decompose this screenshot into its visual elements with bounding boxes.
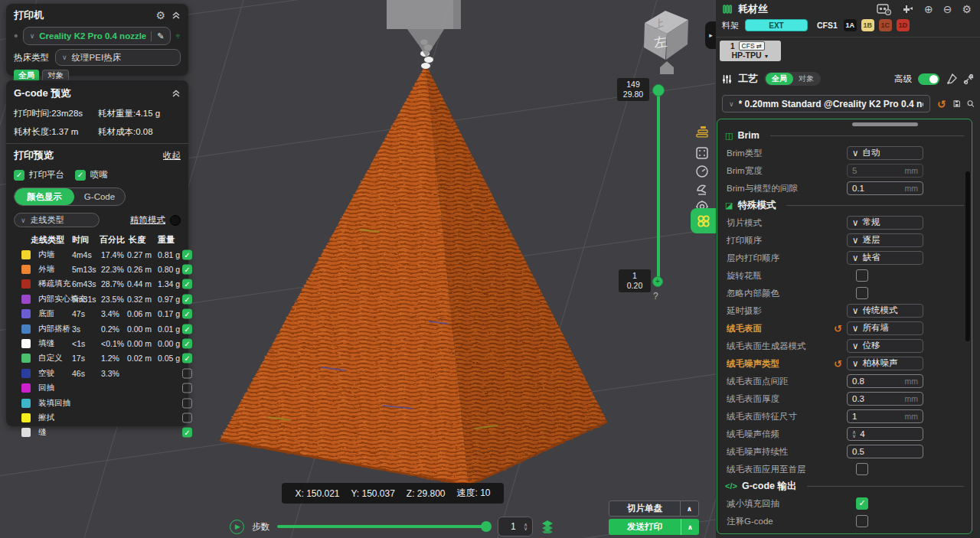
line-type-row[interactable]: 填缝<1s<0.1%0.00 m0.00 g✓ [14,336,181,351]
line-type-row[interactable]: 装填回抽 [14,396,181,410]
bed-type-select[interactable]: ∨ 纹理PEI热床 [55,49,181,66]
slice-button[interactable]: 切片单盘 [609,501,680,516]
layer-slider-bottom-handle[interactable]: + [652,276,663,287]
line-visibility-checkbox[interactable]: ✓ [182,294,192,304]
line-visibility-checkbox[interactable] [182,383,192,393]
setting-input[interactable]: 0.3mm [847,392,923,406]
layer-slider-track[interactable] [657,90,660,283]
ams-icon[interactable] [877,4,892,15]
setting-input[interactable]: 5mm [847,164,923,178]
simple-mode-toggle[interactable] [170,215,181,226]
line-visibility-checkbox[interactable]: ✓ [182,428,192,438]
orientation-cube[interactable]: 左 上 [637,3,695,77]
slice-dropdown-icon[interactable]: ∧ [680,501,698,516]
play-button[interactable]: ▶ [230,520,244,534]
collapse-link[interactable]: 收起 [163,150,181,161]
send-print-button[interactable]: 发送打印 [609,519,681,535]
line-visibility-checkbox[interactable]: ✓ [182,265,192,275]
print-dropdown-icon[interactable]: ∧ [681,519,699,535]
setting-select[interactable]: ∨位移 [847,339,923,353]
setting-input[interactable]: 0.1mm [847,181,923,195]
tune-icon[interactable] [963,73,975,85]
line-visibility-checkbox[interactable]: ✓ [182,249,192,259]
line-visibility-checkbox[interactable]: ✓ [182,339,192,349]
cfs-slot-1C[interactable]: 1C [879,19,892,31]
printer-settings-gear-icon[interactable]: ⚙ [155,9,165,21]
printer-select[interactable]: ∨ Creality K2 Pro 0.4 nozzle ✎ [23,27,172,45]
line-type-row[interactable]: 内部实心填充5m31s23.5%0.32 m0.97 g✓ [14,292,181,306]
line-visibility-checkbox[interactable]: ✓ [182,354,192,364]
layer-slider-top-handle[interactable] [652,84,665,96]
settings-scrollbar[interactable] [965,171,970,341]
process-tab-global[interactable]: 全局 [766,73,793,85]
line-type-row[interactable]: 内部搭桥3s0.2%0.00 m0.01 g✓ [14,321,181,336]
step-slider-handle[interactable] [481,521,492,532]
radar-view-icon[interactable] [692,181,712,199]
setting-spinner[interactable]: ∧∨4 [847,427,923,441]
setting-undo-icon[interactable]: ↺ [834,357,842,369]
printer-panel-collapse-icon[interactable] [172,11,181,20]
filament-material-select[interactable]: HP-TPU ▼ [723,51,778,60]
layers-icon[interactable] [541,520,554,533]
remove-filament-icon[interactable]: ⊖ [943,3,952,15]
settings-section-header[interactable]: </>G-code 输出 [717,478,972,494]
line-visibility-checkbox[interactable] [182,412,192,422]
setting-checkbox[interactable] [856,463,868,475]
filament-settings-gear-icon[interactable]: ⚙ [962,3,972,15]
search-icon[interactable] [967,99,975,109]
preset-select[interactable]: ∨ * 0.20mm Standard @Creality K2 Pro 0.4… [722,95,930,112]
settings-section-header[interactable]: ◫Brim [717,127,972,144]
line-visibility-checkbox[interactable]: ✓ [182,309,192,319]
filament-card[interactable]: 1 CFS⇄ HP-TPU ▼ [720,41,781,61]
setting-select[interactable]: ∨传统模式 [847,304,923,318]
setting-select[interactable]: ∨所有墙 [847,321,923,335]
cfs-slot-1D[interactable]: 1D [897,19,910,31]
settings-section-header[interactable]: ◪特殊模式 [717,197,972,214]
setting-select[interactable]: ∨逐层 [847,233,923,247]
color-display-tab[interactable]: 颜色显示 [15,188,74,205]
border-view-icon[interactable] [692,144,712,162]
faucet-icon[interactable] [902,4,914,15]
setting-undo-icon[interactable]: ↺ [834,322,842,334]
setting-checkbox[interactable] [856,269,868,282]
setting-input[interactable]: 0.8mm [847,374,923,388]
step-spinner[interactable]: 1 ∧∨ [498,517,533,536]
line-type-row[interactable]: 底面47s3.4%0.06 m0.17 g✓ [14,307,181,321]
setting-select[interactable]: ∨缺省 [847,251,923,265]
speed-view-icon[interactable] [692,162,712,181]
line-visibility-checkbox[interactable] [182,368,192,378]
line-visibility-checkbox[interactable]: ✓ [182,279,192,289]
line-type-row[interactable]: 缝✓ [14,426,181,440]
line-visibility-checkbox[interactable] [182,398,192,408]
setting-checkbox[interactable] [856,287,868,299]
multicolor-view-icon[interactable] [691,208,716,233]
line-type-row[interactable]: 擦拭 [14,410,181,425]
right-panel-collapse-handle[interactable]: ▸ [705,21,717,49]
setting-checkbox[interactable]: ✓ [856,497,868,510]
paint-icon[interactable] [946,73,957,85]
setting-checkbox[interactable] [856,515,868,527]
line-type-row[interactable]: 稀疏填充6m43s28.7%0.44 m1.34 g✓ [14,277,181,292]
advanced-toggle[interactable] [918,73,939,85]
line-type-row[interactable]: 内墙4m4s17.4%0.27 m0.81 g✓ [14,247,181,262]
gcode-panel-collapse-icon[interactable] [172,89,181,98]
preset-undo-icon[interactable]: ↺ [937,98,946,110]
add-filament-icon[interactable]: ⊕ [924,3,933,15]
line-type-filter-select[interactable]: ∨ 走线类型 [14,213,100,227]
help-icon[interactable]: ? [653,291,658,302]
line-visibility-checkbox[interactable]: ✓ [182,324,192,334]
setting-select[interactable]: ∨常规 [847,216,923,230]
line-type-row[interactable]: 空驶46s3.3% [14,366,181,380]
setting-select[interactable]: ∨柏林噪声 [847,357,923,370]
step-slider[interactable] [277,521,490,532]
save-icon[interactable] [953,99,961,109]
line-type-row[interactable]: 回抽 [14,381,181,396]
setting-input[interactable]: 0.5 [847,445,923,458]
cfs-slot-1A[interactable]: 1A [844,19,857,31]
line-type-row[interactable]: 外墙5m13s22.3%0.26 m0.80 g✓ [14,262,181,276]
wifi-icon[interactable] [175,31,181,41]
nozzle-checkbox[interactable]: ✓ [75,170,86,181]
cfs-slot-1B[interactable]: 1B [861,19,874,31]
line-type-row[interactable]: 自定义17s1.2%0.02 m0.05 g✓ [14,351,181,366]
platform-checkbox[interactable]: ✓ [14,170,24,181]
